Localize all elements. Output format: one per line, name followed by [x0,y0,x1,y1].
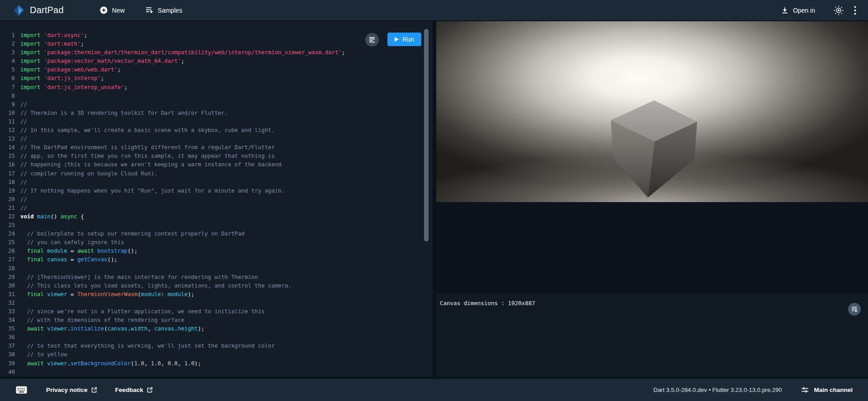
code-line: 35 await viewer.initialize(canvas.width,… [0,325,433,333]
line-number: 1 [0,31,15,40]
line-number: 40 [0,368,15,377]
code-line: 34 // with the dimensions of the renderi… [0,316,433,325]
line-number: 3 [0,48,15,57]
feedback-link[interactable]: Feedback [115,387,153,393]
code-line: 19// If nothing happens when you hit "Ru… [0,187,433,195]
line-number: 26 [0,247,15,255]
code-line: 37 // to test that everything is working… [0,342,433,350]
line-number: 29 [0,273,15,282]
line-number: 25 [0,238,15,247]
line-number: 7 [0,83,15,92]
editor-scrollbar[interactable] [424,29,429,241]
app-header: DartPad New Samples Open in [0,0,868,20]
run-button[interactable]: Run [387,33,421,46]
line-number: 31 [0,290,15,299]
format-align-icon [369,37,375,43]
sdk-version-text: Dart 3.5.0-284.0.dev • Flutter 3.23.0-13… [653,387,782,393]
clear-console-icon [851,306,858,312]
line-number: 14 [0,143,15,152]
line-number: 20 [0,195,15,204]
code-line: 14// The DartPad environment is slightly… [0,143,433,152]
line-number: 17 [0,170,15,178]
play-icon [395,37,399,42]
privacy-notice-link[interactable]: Privacy notice [46,387,97,393]
line-number: 33 [0,307,15,316]
code-line: 11// [0,118,433,126]
line-number: 5 [0,66,15,74]
samples-button[interactable]: Samples [146,7,182,14]
code-line: 29 // [ThermionViewer] is the main inter… [0,273,433,282]
samples-button-label: Samples [158,7,182,14]
external-link-icon [147,387,153,393]
code-line: 26 final module = await bootstrap(); [0,247,433,255]
code-line: 15// app, so the first time you run this… [0,152,433,160]
code-line: 12// In this sample, we'll create a basi… [0,126,433,135]
code-editor[interactable]: 1import 'dart:async';2import 'dart:math'… [0,21,433,377]
console-output: Canvas dimensions : 868x401 [440,299,535,307]
open-in-label: Open in [793,7,815,14]
code-line: 24 // boilerplate to setup our rendering… [0,230,433,238]
line-number: 24 [0,230,15,238]
line-number: 19 [0,187,15,195]
code-line: 17// compiler running on Google Cloud Ru… [0,170,433,178]
format-button[interactable] [365,33,379,47]
code-line: 10// Thermion is a 3D rendering toolkit … [0,109,433,118]
code-line: 32 [0,299,433,307]
code-line: 39 await viewer.setBackgroundColor(1.0, … [0,359,433,368]
line-number: 35 [0,325,15,333]
feedback-label: Feedback [115,387,143,393]
line-number: 36 [0,333,15,342]
open-in-button[interactable]: Open in [781,7,815,14]
keyboard-icon [16,386,27,394]
code-line: 16// happening (this is because we aren'… [0,160,433,169]
code-line: 31 final viewer = ThermionViewerWasm(mod… [0,290,433,299]
line-number: 32 [0,299,15,307]
code-line: 28 [0,264,433,273]
keyboard-shortcuts-button[interactable] [16,386,27,394]
line-number: 9 [0,100,15,109]
code-line: 27 final canvas = getCanvas(); [0,255,433,264]
line-number: 23 [0,221,15,230]
line-number: 28 [0,264,15,273]
code-line: 23 [0,221,433,230]
line-number: 13 [0,135,15,143]
new-button[interactable]: New [100,6,125,14]
code-line: 25 // you can safely ignore this [0,238,433,247]
line-number: 15 [0,152,15,160]
add-circle-icon [100,6,108,14]
new-button-label: New [112,7,125,14]
channel-selector[interactable]: Main channel [801,387,853,393]
code-line: 9// [0,100,433,109]
code-line: 20// [0,195,433,204]
clear-console-button[interactable] [848,303,861,316]
line-number: 39 [0,359,15,368]
line-number: 37 [0,342,15,350]
line-number: 4 [0,57,15,66]
overflow-menu-button[interactable] [854,6,856,15]
line-number: 27 [0,255,15,264]
line-number: 6 [0,74,15,83]
code-line: 4import 'package:vector_math/vector_math… [0,57,433,66]
dartpad-logo-icon [13,5,24,16]
render-canvas[interactable] [436,21,868,202]
code-line: 18// [0,178,433,187]
channel-label: Main channel [814,387,853,393]
line-number: 2 [0,40,15,48]
line-number: 16 [0,160,15,169]
console-panel: Canvas dimensions : 868x401 [436,293,868,377]
theme-toggle-button[interactable] [833,5,844,16]
app-title: DartPad [30,5,64,15]
code-line: 8 [0,92,433,100]
more-vert-icon [854,6,856,15]
line-number: 18 [0,178,15,187]
line-number: 34 [0,316,15,325]
code-line: 33 // since we're not in a Flutter appli… [0,307,433,316]
playlist-add-icon [146,7,153,14]
code-line: 40 [0,368,433,377]
line-number: 21 [0,204,15,212]
code-line: 21// [0,204,433,212]
code-line: 7import 'dart:js_interop_unsafe'; [0,83,433,92]
line-number: 38 [0,350,15,359]
download-icon [781,7,788,14]
run-button-label: Run [402,36,414,43]
